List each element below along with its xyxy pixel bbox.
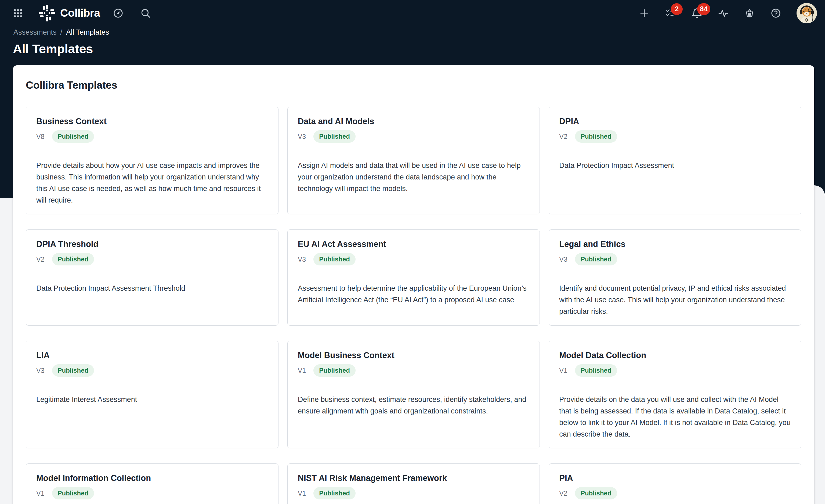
template-title: Business Context — [36, 116, 268, 127]
app-grid-button[interactable] — [12, 7, 24, 19]
plus-icon — [639, 7, 650, 19]
search-button[interactable] — [140, 7, 151, 19]
basket-icon — [744, 7, 755, 19]
template-meta: V1 Published — [298, 487, 530, 499]
template-card[interactable]: Model Business Context V1 Published Defi… — [287, 341, 540, 448]
template-description: Legitimate Interest Assessment — [36, 394, 268, 406]
template-meta: V8 Published — [36, 130, 268, 143]
breadcrumb-separator: / — [60, 28, 63, 37]
status-badge: Published — [575, 130, 617, 143]
template-meta: V3 Published — [298, 253, 530, 266]
status-badge: Published — [52, 253, 94, 266]
status-badge: Published — [575, 364, 617, 377]
template-version: V3 — [298, 256, 306, 263]
template-version: V1 — [36, 490, 45, 497]
template-card[interactable]: Business Context V8 Published Provide de… — [26, 106, 279, 214]
template-card[interactable]: Legal and Ethics V3 Published Identify a… — [549, 229, 801, 326]
template-title: Model Data Collection — [559, 350, 791, 361]
template-title: Legal and Ethics — [559, 239, 791, 249]
template-description: Assessment to help determine the applica… — [298, 283, 530, 306]
template-version: V2 — [36, 256, 45, 263]
template-version: V1 — [298, 490, 306, 497]
template-card[interactable]: EU AI Act Assessment V3 Published Assess… — [287, 229, 540, 326]
explore-button[interactable] — [112, 7, 124, 19]
template-version: V1 — [559, 367, 568, 374]
app-grid-icon — [12, 7, 24, 19]
template-version: V2 — [559, 133, 568, 141]
help-button[interactable] — [770, 7, 781, 19]
template-card[interactable]: NIST AI Risk Management Framework V1 Pub… — [287, 463, 540, 504]
template-meta: V1 Published — [298, 364, 530, 377]
template-title: PIA — [559, 473, 791, 484]
breadcrumb-assessments-link[interactable]: Assessments — [13, 28, 57, 37]
template-card[interactable]: Model Data Collection V1 Published Provi… — [549, 341, 801, 448]
template-description: Provide details about how your AI use ca… — [36, 160, 268, 206]
notifications-count-badge: 84 — [697, 3, 710, 15]
template-card[interactable]: Data and AI Models V3 Published Assign A… — [287, 106, 540, 214]
top-navigation-bar: Collibra 2 — [0, 0, 825, 26]
marketplace-button[interactable] — [744, 7, 755, 19]
notifications-button[interactable]: 84 — [691, 7, 702, 19]
status-badge: Published — [313, 364, 356, 377]
status-badge: Published — [575, 487, 617, 499]
status-badge: Published — [52, 364, 94, 377]
status-badge: Published — [52, 487, 94, 499]
status-badge: Published — [575, 253, 617, 266]
template-card[interactable]: Model Information Collection V1 Publishe… — [26, 463, 279, 504]
search-icon — [140, 7, 151, 19]
template-title: Model Information Collection — [36, 473, 268, 484]
user-avatar[interactable] — [797, 3, 817, 23]
templates-grid: Business Context V8 Published Provide de… — [26, 106, 801, 504]
template-meta: V3 Published — [559, 253, 791, 266]
status-badge: Published — [313, 253, 356, 266]
collibra-logo[interactable]: Collibra — [38, 4, 100, 22]
template-meta: V3 Published — [36, 364, 268, 377]
template-version: V3 — [559, 256, 568, 263]
activity-button[interactable] — [718, 7, 729, 19]
compass-icon — [112, 7, 124, 19]
breadcrumb-current: All Templates — [66, 28, 109, 37]
template-card[interactable]: PIA V2 Published — [549, 463, 801, 504]
tasks-button[interactable]: 2 — [665, 7, 676, 19]
status-badge: Published — [52, 130, 94, 143]
template-card[interactable]: DPIA Threshold V2 Published Data Protect… — [26, 229, 279, 326]
collibra-logo-icon — [38, 4, 56, 22]
template-card[interactable]: LIA V3 Published Legitimate Interest Ass… — [26, 341, 279, 448]
template-title: DPIA Threshold — [36, 239, 268, 249]
template-card[interactable]: DPIA V2 Published Data Protection Impact… — [549, 106, 801, 214]
template-title: Data and AI Models — [298, 116, 530, 127]
page-title: All Templates — [0, 42, 825, 56]
template-meta: V1 Published — [559, 364, 791, 377]
template-version: V8 — [36, 133, 45, 141]
panel-heading: Collibra Templates — [26, 79, 801, 91]
create-button[interactable] — [639, 7, 650, 19]
template-version: V1 — [298, 367, 306, 374]
template-title: NIST AI Risk Management Framework — [298, 473, 530, 484]
template-description: Data Protection Impact Assessment — [559, 160, 791, 171]
template-description: Provide details on the data you will use… — [559, 394, 791, 440]
template-description: Define business context, estimate resour… — [298, 394, 530, 417]
template-title: DPIA — [559, 116, 791, 127]
template-version: V3 — [298, 133, 306, 141]
template-title: Model Business Context — [298, 350, 530, 361]
question-circle-icon — [770, 7, 781, 19]
status-badge: Published — [313, 130, 356, 143]
template-description: Assign AI models and data that will be u… — [298, 160, 530, 195]
tasks-count-badge: 2 — [671, 3, 683, 15]
template-version: V3 — [36, 367, 45, 374]
status-badge: Published — [313, 487, 356, 499]
topbar-right-actions: 2 84 — [639, 3, 817, 23]
template-title: EU AI Act Assessment — [298, 239, 530, 249]
breadcrumb: Assessments / All Templates — [0, 28, 825, 37]
template-meta: V2 Published — [559, 130, 791, 143]
template-meta: V2 Published — [36, 253, 268, 266]
template-meta: V2 Published — [559, 487, 791, 499]
template-title: LIA — [36, 350, 268, 361]
template-version: V2 — [559, 490, 568, 497]
template-description: Data Protection Impact Assessment Thresh… — [36, 283, 268, 294]
brand-wordmark: Collibra — [60, 7, 100, 19]
tiger-avatar-icon — [797, 3, 817, 23]
pulse-icon — [718, 7, 729, 19]
background-rounded-corner — [814, 186, 825, 218]
template-description: Identify and document potential privacy,… — [559, 283, 791, 317]
